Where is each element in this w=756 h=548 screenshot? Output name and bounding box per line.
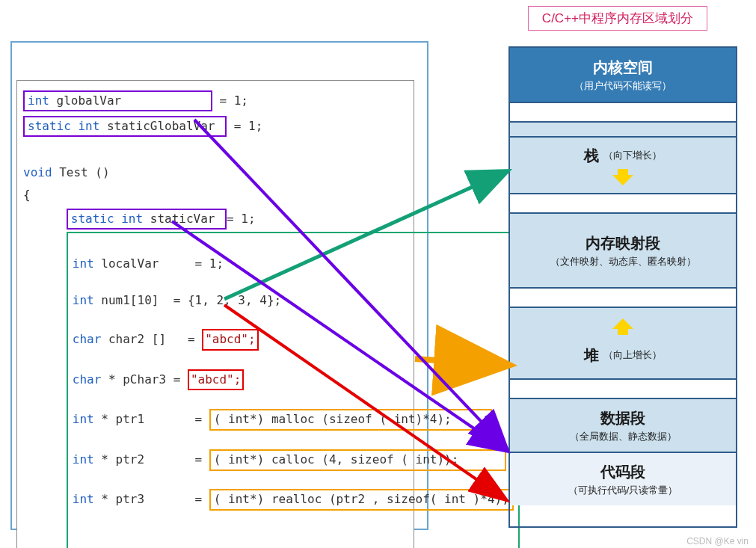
kw: static int (71, 212, 143, 226)
memory-layout: 内核空间 （用户代码不能读写） 栈 （向下增长） 内存映射段 （文件映射、动态库… (508, 46, 737, 528)
str: "abcd"; (191, 372, 241, 387)
gap (510, 121, 736, 136)
kw: int (73, 256, 94, 271)
kw: int (73, 293, 94, 307)
txt: ( int*) malloc (sizeof ( int)*4); (214, 412, 452, 426)
kw: int (73, 412, 94, 426)
code-line (17, 139, 414, 161)
txt: * ptr3 = (94, 492, 209, 506)
region-sub: （用户代码不能读写） (574, 79, 672, 93)
region-sub: （向上增长） (603, 348, 662, 362)
txt: * ptr1 = (94, 412, 209, 426)
str: "abcd"; (205, 332, 255, 346)
code-panel-outer: int globalVar = 1; static int staticGlob… (10, 41, 428, 530)
code-line: static int staticGlobalVar = 1; (17, 114, 414, 139)
title-box: C/C++中程序内存区域划分 (528, 6, 707, 31)
eq: = 1; (212, 93, 248, 108)
code-line: { (17, 184, 414, 206)
ident: staticGlobalVar (99, 119, 222, 133)
gap (510, 378, 736, 398)
region-title: 内存映射段 (586, 233, 660, 253)
kw: char (73, 332, 102, 346)
title-text: C/C++中程序内存区域划分 (542, 11, 693, 25)
txt: char2 [] = (101, 332, 202, 346)
region-sub: （全局数据、静态数据） (570, 430, 677, 443)
func: Test () (52, 165, 110, 179)
txt: ( int*) realloc (ptr2 , sizeof( int )*4)… (214, 492, 509, 506)
region-sub: （可执行代码/只读常量） (568, 484, 678, 497)
gap (510, 102, 736, 121)
arrow-up-icon (612, 318, 633, 335)
region-data: 数据段 （全局数据、静态数据） (510, 398, 736, 452)
region-sub: （文件映射、动态库、匿名映射） (550, 255, 696, 268)
watermark: CSDN @Ke vin (686, 536, 749, 547)
kw: int (73, 452, 94, 467)
kw: char (73, 372, 102, 387)
eq: = 1; (227, 119, 262, 133)
txt: * pChar3 = (101, 372, 188, 387)
txt: localVar = 1; (94, 256, 224, 271)
ident: globalVar (49, 93, 208, 108)
gap (510, 287, 736, 307)
code-panel: int globalVar = 1; static int staticGlob… (16, 80, 414, 548)
region-title: 堆 (584, 345, 599, 366)
brace: { (23, 188, 31, 202)
code-line: static int staticVar = 1; (17, 206, 414, 232)
gap (510, 193, 736, 212)
region-code: 代码段 （可执行代码/只读常量） (510, 452, 736, 505)
green-block: int localVar = 1; int num1[10] = {1, 2, … (17, 232, 414, 548)
kw-void: void (23, 165, 52, 179)
kw: int (73, 492, 94, 506)
kw-static: static int (28, 119, 99, 133)
txt: num1[10] = {1, 2, 3, 4}; (94, 293, 281, 307)
code-line: int globalVar = 1; (17, 88, 414, 114)
txt: ( int*) calloc (4, sizeof ( int)); (214, 452, 459, 467)
eq: = 1; (227, 212, 256, 226)
ident: staticVar (143, 212, 222, 226)
region-stack: 栈 （向下增长） (510, 136, 736, 193)
region-mmap: 内存映射段 （文件映射、动态库、匿名映射） (510, 212, 736, 287)
region-title: 内核空间 (593, 58, 653, 78)
code-line: void Test () (17, 161, 414, 184)
region-title: 数据段 (600, 408, 645, 428)
region-kernel: 内核空间 （用户代码不能读写） (510, 48, 736, 102)
region-title: 代码段 (600, 462, 645, 482)
arrow-down-icon (612, 169, 633, 185)
region-heap: 堆 （向上增长） (510, 307, 736, 378)
region-title: 栈 (584, 146, 599, 166)
txt: * ptr2 = (94, 452, 209, 467)
kw-int: int (28, 93, 49, 108)
region-sub: （向下增长） (603, 149, 662, 162)
